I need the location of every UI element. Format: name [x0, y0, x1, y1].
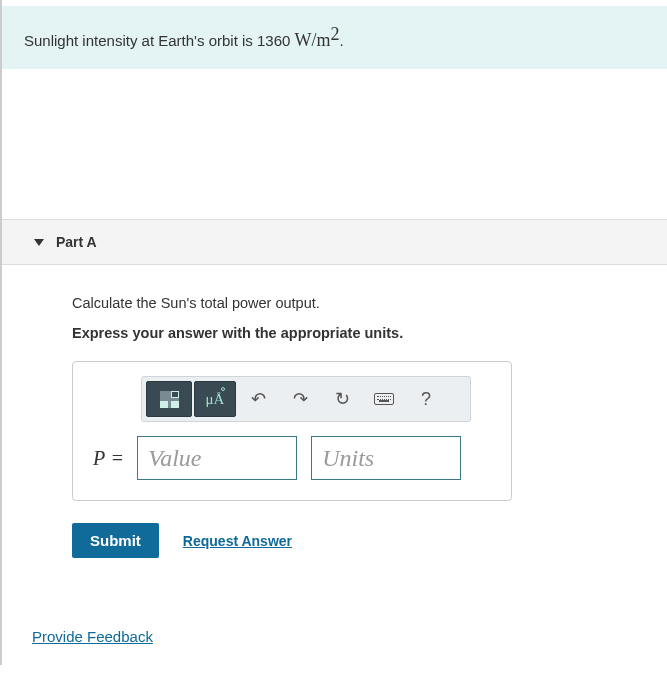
undo-icon: ↶ — [251, 388, 266, 410]
part-body: Calculate the Sun's total power output. … — [2, 265, 667, 578]
symbols-button[interactable]: μÅ — [194, 381, 236, 417]
variable-name: P — [93, 447, 105, 469]
request-answer-link[interactable]: Request Answer — [183, 533, 292, 549]
provide-feedback-link[interactable]: Provide Feedback — [32, 628, 153, 645]
submit-button[interactable]: Submit — [72, 523, 159, 558]
part-header[interactable]: Part A — [2, 219, 667, 265]
reset-icon: ↻ — [335, 388, 350, 410]
units-placeholder: Units — [322, 445, 374, 472]
answer-area: μÅ ↶ ↷ ↻ ? P = — [72, 361, 512, 501]
ring-icon — [221, 387, 225, 391]
part-title: Part A — [56, 234, 97, 250]
redo-button[interactable]: ↷ — [280, 382, 320, 416]
part-a-section: Part A Calculate the Sun's total power o… — [2, 219, 667, 578]
keyboard-icon — [374, 393, 394, 405]
instruction-text: Express your answer with the appropriate… — [72, 325, 637, 341]
value-placeholder: Value — [148, 445, 201, 472]
value-input[interactable]: Value — [137, 436, 297, 480]
reset-button[interactable]: ↻ — [322, 382, 362, 416]
info-exponent: 2 — [331, 24, 340, 44]
units-input[interactable]: Units — [311, 436, 461, 480]
equals-sign: = — [112, 447, 123, 469]
variable-label: P = — [93, 447, 123, 470]
templates-button[interactable] — [146, 381, 192, 417]
help-button[interactable]: ? — [406, 382, 446, 416]
templates-icon — [160, 391, 179, 408]
answer-row: P = Value Units — [93, 436, 491, 480]
undo-button[interactable]: ↶ — [238, 382, 278, 416]
symbols-label: μÅ — [206, 391, 225, 408]
info-text: Sunlight intensity at Earth's orbit is 1… — [24, 32, 295, 49]
help-icon: ? — [421, 389, 431, 410]
redo-icon: ↷ — [293, 388, 308, 410]
chevron-down-icon — [34, 239, 44, 246]
info-unit: W/m — [295, 30, 331, 50]
question-text: Calculate the Sun's total power output. — [72, 295, 637, 311]
info-suffix: . — [340, 32, 344, 49]
problem-info-box: Sunlight intensity at Earth's orbit is 1… — [2, 6, 667, 69]
actions-row: Submit Request Answer — [72, 523, 637, 558]
keyboard-button[interactable] — [364, 382, 404, 416]
equation-toolbar: μÅ ↶ ↷ ↻ ? — [141, 376, 471, 422]
